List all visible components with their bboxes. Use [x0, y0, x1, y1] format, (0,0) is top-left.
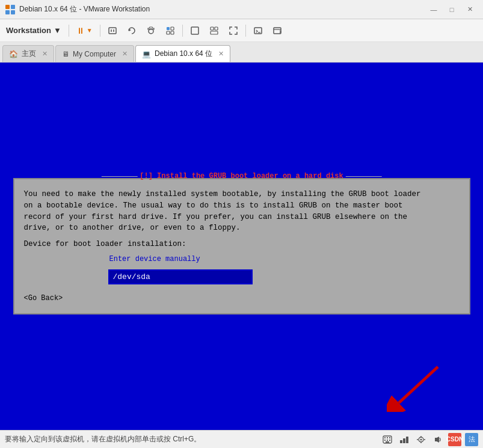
window-controls: — □ ✕ — [425, 3, 478, 16]
svg-rect-15 — [215, 27, 218, 30]
svg-rect-28 — [387, 440, 388, 441]
minimize-button[interactable]: — — [425, 3, 442, 16]
tab-debian[interactable]: 💻 Debian 10.x 64 位 ✕ — [135, 45, 230, 62]
svg-rect-0 — [5, 5, 10, 9]
svg-line-22 — [399, 367, 438, 403]
tab-home-label: 主页 — [22, 49, 36, 59]
svg-rect-12 — [171, 31, 174, 34]
title-bar: Debian 10.x 64 位 - VMware Workstation — … — [0, 0, 483, 19]
window-title: Debian 10.x 64 位 - VMware Workstation — [19, 4, 425, 14]
enter-device-label: Enter device manually — [108, 254, 202, 265]
computer-icon: 🖥 — [62, 50, 69, 58]
svg-marker-7 — [129, 29, 131, 31]
svg-rect-16 — [211, 31, 218, 34]
input-method-badge[interactable]: 法 — [465, 433, 478, 446]
svg-rect-1 — [11, 5, 15, 9]
settings-button[interactable] — [269, 22, 286, 39]
pause-icon: ⏸ — [76, 26, 85, 35]
grub-input-section: Device for boot loader installation: Ent… — [24, 239, 460, 284]
workstation-label: Workstation — [6, 26, 51, 35]
svg-rect-33 — [406, 437, 408, 443]
settings-icon-button[interactable] — [414, 433, 428, 446]
svg-rect-27 — [384, 440, 386, 441]
svg-marker-40 — [435, 437, 439, 443]
app-icon — [5, 4, 16, 15]
toolbar: Workstation ▼ ⏸ ▼ — [0, 19, 483, 42]
manage-snapshots-button[interactable] — [162, 22, 179, 39]
home-icon: 🏠 — [9, 50, 18, 58]
status-bar: 要将输入定向到该虚拟机，请在虚拟机内部单击或按 Ctrl+G。 CSDN 法 — [0, 430, 483, 448]
vm-viewport[interactable]: [!] Install the GRUB boot loader on a ha… — [0, 63, 483, 430]
toolbar-separator-4 — [245, 25, 246, 37]
tab-debian-label: Debian 10.x 64 位 — [155, 49, 212, 59]
device-label: Device for boot loader installation: — [24, 239, 460, 250]
svg-rect-10 — [171, 27, 174, 30]
tab-home-close[interactable]: ✕ — [42, 50, 48, 58]
device-input[interactable] — [108, 269, 253, 284]
tab-home[interactable]: 🏠 主页 ✕ — [2, 45, 54, 62]
status-icons: CSDN 法 — [381, 433, 478, 446]
keyboard-icon-button[interactable] — [381, 433, 394, 446]
svg-rect-11 — [167, 31, 170, 34]
svg-rect-29 — [389, 440, 390, 441]
debian-icon: 💻 — [142, 50, 151, 58]
revert-button[interactable] — [123, 22, 140, 39]
speaker-icon-button[interactable] — [431, 433, 445, 446]
grub-dialog: [!] Install the GRUB boot loader on a ha… — [13, 178, 470, 315]
tab-mycomputer-close[interactable]: ✕ — [122, 50, 128, 58]
go-back-button[interactable]: <Go Back> — [24, 293, 460, 304]
red-arrow — [387, 364, 447, 412]
svg-rect-4 — [109, 28, 116, 34]
grub-title-bar: [!] Install the GRUB boot loader on a ha… — [101, 172, 381, 180]
unity-button[interactable] — [206, 22, 223, 39]
pause-dropdown-arrow: ▼ — [87, 27, 93, 34]
csdn-badge[interactable]: CSDN — [448, 433, 461, 446]
svg-rect-24 — [384, 437, 386, 438]
svg-rect-32 — [403, 438, 405, 443]
toolbar-separator-3 — [182, 25, 183, 37]
svg-rect-14 — [211, 27, 214, 30]
network-icon-button[interactable] — [398, 433, 411, 446]
fullscreen-button[interactable] — [225, 22, 242, 39]
grub-title-text: [!] Install the GRUB boot loader on a ha… — [140, 172, 343, 180]
pause-button[interactable]: ⏸ ▼ — [73, 22, 96, 39]
grub-input-container — [108, 269, 253, 284]
grub-body: You need to make the newly installed sys… — [24, 189, 460, 304]
workstation-menu[interactable]: Workstation ▼ — [2, 22, 65, 40]
svg-rect-30 — [386, 441, 389, 443]
grub-title-line-left — [101, 176, 137, 177]
maximize-button[interactable]: □ — [443, 3, 460, 16]
grub-title-line-right — [346, 176, 382, 177]
tab-mycomputer[interactable]: 🖥 My Computer ✕ — [55, 45, 134, 62]
tab-bar: 🏠 主页 ✕ 🖥 My Computer ✕ 💻 Debian 10.x 64 … — [0, 42, 483, 63]
close-button[interactable]: ✕ — [461, 3, 478, 16]
svg-rect-13 — [191, 27, 198, 34]
svg-point-35 — [420, 438, 422, 440]
window-button[interactable] — [186, 22, 203, 39]
svg-rect-26 — [389, 437, 390, 438]
send-ctrl-alt-del-button[interactable] — [104, 22, 121, 39]
svg-rect-9 — [167, 27, 170, 30]
toolbar-separator-1 — [69, 25, 69, 37]
svg-rect-2 — [5, 10, 10, 14]
console-view-button[interactable] — [250, 22, 266, 39]
svg-rect-3 — [11, 10, 15, 14]
tab-mycomputer-label: My Computer — [73, 50, 116, 58]
svg-rect-31 — [400, 440, 402, 443]
status-hint-text: 要将输入定向到该虚拟机，请在虚拟机内部单击或按 Ctrl+G。 — [5, 434, 376, 444]
snapshot-button[interactable] — [143, 22, 159, 39]
workstation-dropdown-arrow: ▼ — [54, 26, 61, 35]
tab-debian-close[interactable]: ✕ — [218, 50, 224, 58]
svg-rect-25 — [387, 437, 388, 438]
grub-description: You need to make the newly installed sys… — [24, 189, 460, 234]
toolbar-separator-2 — [100, 25, 100, 37]
